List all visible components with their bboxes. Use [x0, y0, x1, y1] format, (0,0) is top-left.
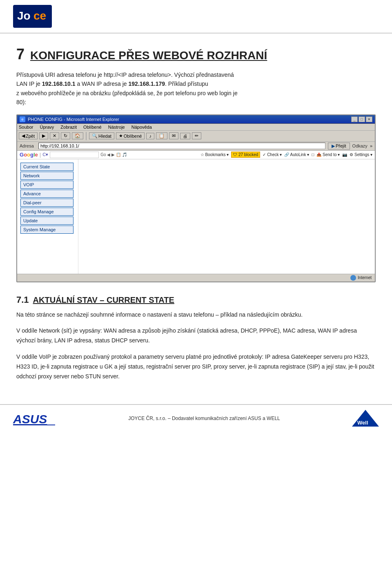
- section-71-para1: Na této stránce se nacházejí souhrnné in…: [16, 310, 376, 320]
- sidebar-update[interactable]: Update: [20, 217, 74, 225]
- svg-text:Jo: Jo: [17, 9, 31, 22]
- print-button[interactable]: 🖨: [180, 133, 190, 139]
- browser-addressbar: Adresa ▶ Přejít Odkazy »: [17, 142, 375, 151]
- links-label: Odkazy: [352, 143, 368, 148]
- menu-upravy[interactable]: Úpravy: [40, 125, 54, 130]
- maximize-button[interactable]: □: [359, 116, 365, 122]
- sidebar-system-manage[interactable]: System Manage: [20, 226, 74, 234]
- bookmarks-button[interactable]: ☆ Bookmarks ▾: [200, 152, 229, 157]
- asus-logo-icon: ASUS: [12, 410, 57, 427]
- section-71-para2: V oddíle Network (síť) je vypsány: WAN a…: [16, 326, 376, 346]
- google-logo: Google: [20, 152, 38, 158]
- browser-title-text: PHONE CONFIG - Microsoft Internet Explor…: [28, 117, 119, 122]
- browser-window: e PHONE CONFIG - Microsoft Internet Expl…: [16, 114, 376, 282]
- status-internet: Internet: [350, 275, 372, 281]
- section-71-para3: V oddíle VoIP je zobrazen používaný prot…: [16, 352, 376, 381]
- sidebar-advance[interactable]: Advance: [20, 190, 74, 198]
- intro-line2-prefix: LAN IP je: [16, 80, 42, 87]
- favorites-button[interactable]: ★ Oblíbené: [116, 132, 145, 139]
- sidebar-dial-peer[interactable]: Dial-peer: [20, 199, 74, 207]
- google-divider: |: [40, 152, 41, 158]
- sidebar-network[interactable]: Network: [20, 172, 74, 180]
- browser-google-bar: Google | C▾ Go ◀ ▶ 📋 🎵 ☆ Bookmarks ▾ 🛡 2…: [17, 151, 375, 159]
- chapter-number: 7: [16, 46, 24, 63]
- intro-ip2: 192.168.1.179: [128, 80, 165, 87]
- section-number: 7.1: [16, 295, 29, 305]
- browser-statusbar: Internet: [17, 274, 375, 282]
- search-button[interactable]: 🔍 Hledat: [89, 132, 114, 139]
- browser-titlebar: e PHONE CONFIG - Microsoft Internet Expl…: [17, 115, 375, 124]
- forward-button[interactable]: ▶: [39, 132, 48, 139]
- google-toolbar-right: ☆ Bookmarks ▾ 🛡 27 blocked ✓ Check ▾ 🔗 A…: [200, 152, 372, 158]
- intro-line2-middle: a WAN IP adresa je: [76, 80, 129, 87]
- google-c-icon: C▾: [42, 152, 48, 157]
- check-button[interactable]: ✓ Check ▾: [263, 152, 282, 157]
- chapter-title: KONFIGURACE PŘES WEBOVÉ ROZHRANÍ: [30, 49, 267, 62]
- browser-menu-bar: Soubor Úpravy Zobrazit Oblíbené Nástroje…: [17, 124, 375, 131]
- chevron-right-icon: »: [370, 143, 372, 148]
- toolbar-separator: [86, 132, 87, 140]
- send-to-button[interactable]: 📤 Send to ▾: [316, 152, 340, 157]
- menu-napoveda[interactable]: Nápověda: [131, 125, 152, 130]
- media-button[interactable]: ♪: [146, 133, 154, 139]
- google-nav-icons: Go ◀ ▶ 📋 🎵: [100, 152, 127, 157]
- settings-button[interactable]: ⚙ Settings ▾: [350, 152, 372, 157]
- go-arrow-icon: ▶: [332, 143, 335, 149]
- browser-sidebar: Current State Network VOIP Advance Dial-…: [17, 159, 78, 274]
- intro-line1: Přístupová URI adresa telefonu je http:/…: [16, 72, 234, 78]
- well-logo-icon: Well: [351, 409, 380, 427]
- page-footer: ASUS JOYCE ČR, s.r.o. – Dodavatel komuni…: [0, 404, 392, 431]
- close-button[interactable]: ✕: [366, 116, 372, 122]
- autofill-icon: □: [312, 152, 314, 157]
- svg-text:Well: Well: [357, 420, 368, 426]
- page-header: Jo ce: [0, 0, 392, 34]
- menu-soubor[interactable]: Soubor: [19, 125, 33, 130]
- home-button[interactable]: 🏠: [72, 132, 83, 139]
- joyce-logo-icon: Jo ce: [12, 4, 53, 29]
- well-logo: Well: [351, 409, 380, 427]
- footer-center-text: JOYCE ČR, s.r.o. – Dodavatel komunikační…: [128, 416, 280, 421]
- sidebar-current-state[interactable]: Current State: [20, 163, 74, 171]
- intro-line3: Příklad přístupu: [168, 80, 208, 87]
- logo-container: Jo ce: [12, 4, 53, 29]
- blocked-badge: 🛡 27 blocked: [231, 152, 260, 158]
- history-button[interactable]: 📋: [156, 132, 167, 139]
- menu-nastroje[interactable]: Nástroje: [108, 125, 125, 130]
- browser-icon: e: [20, 116, 25, 122]
- autolink-button[interactable]: 🔗 AutoLink ▾: [284, 152, 309, 157]
- intro-paragraph: Přístupová URI adresa telefonu je http:/…: [16, 70, 376, 107]
- intro-ip1: 192.168.10.1: [42, 80, 76, 87]
- address-input[interactable]: [38, 143, 325, 149]
- section-title: AKTUÁLNÍ STAV – CURRENT STATE: [33, 295, 174, 305]
- svg-text:ce: ce: [33, 9, 46, 22]
- section-71-heading: 7.1 AKTUÁLNÍ STAV – CURRENT STATE: [16, 295, 376, 305]
- google-search-input[interactable]: [50, 152, 99, 158]
- intro-line4: z webového prohlížeče je na obrázku (pře…: [16, 90, 238, 96]
- browser-titlebar-left: e PHONE CONFIG - Microsoft Internet Expl…: [20, 116, 119, 122]
- edit-button[interactable]: ✏: [192, 132, 201, 139]
- back-button[interactable]: ◀ Zpět: [19, 132, 38, 139]
- menu-zobrazit[interactable]: Zobrazit: [60, 125, 77, 130]
- go-label: Přejít: [336, 143, 346, 148]
- chapter-heading: 7 KONFIGURACE PŘES WEBOVÉ ROZHRANÍ: [16, 46, 376, 63]
- browser-toolbar: ◀ Zpět ▶ ✕ ↻ 🏠 🔍 Hledat ★ Oblíbené ♪ 📋 ✉…: [17, 131, 375, 142]
- internet-globe-icon: [350, 275, 356, 281]
- menu-oblibene[interactable]: Oblíbené: [83, 125, 102, 130]
- address-label: Adresa: [20, 143, 36, 148]
- browser-controls[interactable]: _ □ ✕: [351, 116, 372, 122]
- intro-line5: 80):: [16, 99, 26, 105]
- intro-line2-suffix: .: [165, 80, 167, 87]
- status-internet-label: Internet: [358, 275, 372, 280]
- sidebar-voip[interactable]: VOIP: [20, 181, 74, 189]
- browser-body: Current State Network VOIP Advance Dial-…: [17, 159, 375, 274]
- refresh-button[interactable]: ↻: [61, 132, 70, 139]
- asus-logo: ASUS: [12, 410, 57, 427]
- minimize-button[interactable]: _: [351, 116, 358, 122]
- mail-button[interactable]: ✉: [169, 132, 178, 139]
- go-button[interactable]: ▶ Přejít: [328, 143, 350, 150]
- main-content: 7 KONFIGURACE PŘES WEBOVÉ ROZHRANÍ Příst…: [0, 34, 392, 396]
- sidebar-config-manage[interactable]: Config Manage: [20, 208, 74, 216]
- camera-icon: 📷: [342, 152, 347, 157]
- stop-button[interactable]: ✕: [50, 132, 59, 139]
- browser-main-area: [78, 159, 375, 274]
